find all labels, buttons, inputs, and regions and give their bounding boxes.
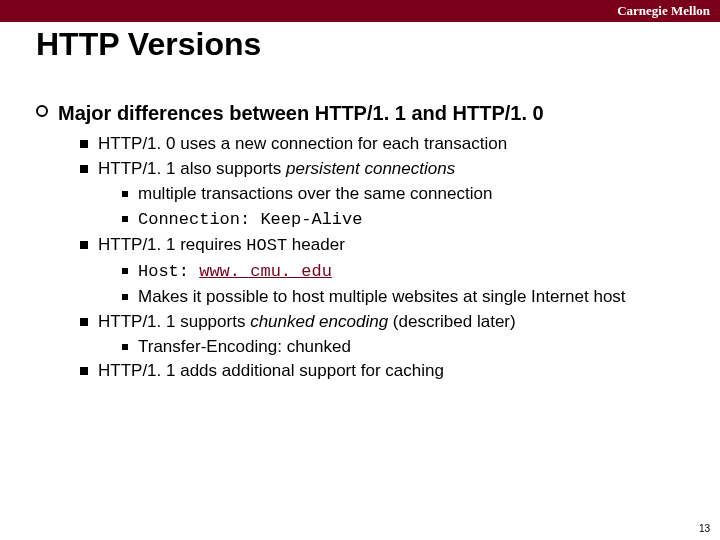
item-text: HTTP/1. 1 requires (98, 235, 246, 254)
item-text: HTTP/1. 1 adds additional support for ca… (98, 361, 444, 380)
list-item: HTTP/1. 1 supports chunked encoding (des… (80, 311, 700, 334)
list-item: HTTP/1. 1 requires HOST header (80, 234, 700, 258)
list-item: Connection: Keep-Alive (122, 208, 700, 232)
item-text-tail: (described later) (388, 312, 516, 331)
list-item: HTTP/1. 0 uses a new connection for each… (80, 133, 700, 156)
list-item: HTTP/1. 1 adds additional support for ca… (80, 360, 700, 383)
bullet-square-icon (80, 140, 88, 148)
bullet-small-square-icon (122, 294, 128, 300)
item-text: multiple transactions over the same conn… (138, 184, 492, 203)
item-italic: chunked encoding (250, 312, 388, 331)
list-item: multiple transactions over the same conn… (122, 183, 700, 206)
page-number: 13 (699, 523, 710, 534)
item-text: Transfer-Encoding: chunked (138, 337, 351, 356)
list-item: Transfer-Encoding: chunked (122, 336, 700, 359)
item-text-tail: header (287, 235, 345, 254)
list-item: Host: www. cmu. edu (122, 260, 700, 284)
bullet-square-icon (80, 241, 88, 249)
bullet-small-square-icon (122, 191, 128, 197)
list-item: Makes it possible to host multiple websi… (122, 286, 700, 309)
bullet-square-icon (80, 367, 88, 375)
item-code: HOST (246, 236, 287, 255)
list-item: HTTP/1. 1 also supports persistent conne… (80, 158, 700, 181)
host-link[interactable]: www. cmu. edu (199, 262, 332, 281)
item-text: Makes it possible to host multiple websi… (138, 287, 626, 306)
bullet-small-square-icon (122, 216, 128, 222)
heading-text: Major differences between HTTP/1. 1 and … (58, 102, 544, 124)
bullet-small-square-icon (122, 344, 128, 350)
item-italic: persistent connections (286, 159, 455, 178)
bullet-square-icon (80, 318, 88, 326)
item-text: HTTP/1. 0 uses a new connection for each… (98, 134, 507, 153)
svg-point-0 (37, 106, 47, 116)
slide-content: Major differences between HTTP/1. 1 and … (36, 100, 700, 385)
item-code: Connection: Keep-Alive (138, 210, 362, 229)
slide-title: HTTP Versions (36, 26, 261, 63)
outline-heading: Major differences between HTTP/1. 1 and … (36, 100, 700, 127)
item-code-prefix: Host: (138, 262, 199, 281)
item-text: HTTP/1. 1 supports (98, 312, 250, 331)
bullet-circle-icon (36, 103, 58, 122)
item-text: HTTP/1. 1 also supports (98, 159, 286, 178)
bullet-small-square-icon (122, 268, 128, 274)
bullet-square-icon (80, 165, 88, 173)
brand-text: Carnegie Mellon (617, 3, 710, 18)
header-bar: Carnegie Mellon (0, 0, 720, 22)
